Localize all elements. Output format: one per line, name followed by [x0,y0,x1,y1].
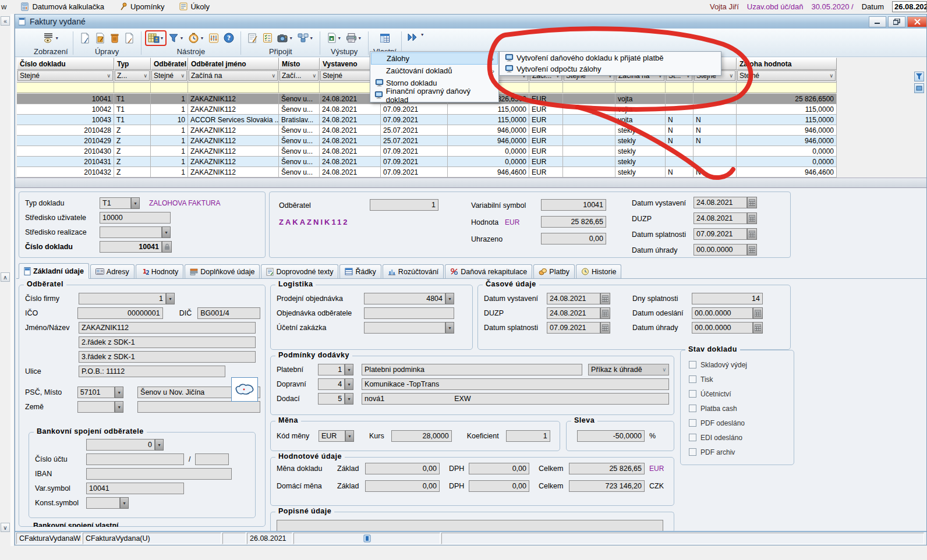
value-field[interactable]: 25 826,65 [541,216,606,228]
current-date-field[interactable]: 26.08.202 [892,1,927,12]
doc-type-field[interactable]: T1 [100,197,131,209]
excel-button[interactable]: x▼ [325,31,343,44]
doc-type-spinner[interactable]: ▾ [131,197,140,209]
street-field[interactable]: P.O.B.: 11112 [79,366,225,377]
time-due-field[interactable]: 07.09.2021 [547,322,600,334]
delivery-terms-code-field[interactable]: 5 [318,393,345,405]
edit-doc-button[interactable] [93,31,107,45]
checkbox-skladov-v-dej[interactable] [689,361,696,368]
checklist-button[interactable] [261,31,274,44]
quick-filter-cell[interactable] [188,83,279,93]
time-issue-calendar-button[interactable] [600,293,610,304]
tab-da-ov-rekapitulace[interactable]: Daňová rekapitulace [445,264,532,278]
user-center-field[interactable]: 10000 [100,212,171,224]
base-field[interactable]: 0,00 [365,463,440,474]
payment-method-combo[interactable]: Příkaz k úhradě∨ [588,364,669,375]
country-name-field[interactable] [137,401,260,413]
exchange-rate-field[interactable]: 28,0000 [391,430,452,442]
tab-adresy[interactable]: Adresy [90,264,135,278]
sales-order-field[interactable]: 4804 [364,293,445,304]
zip-field[interactable]: 57101 [77,387,115,398]
due-date-field[interactable]: 07.09.2021 [694,228,747,240]
bank-index-field[interactable]: 0 [86,439,155,451]
delivery-terms-text-field[interactable]: nová1EXW [362,393,669,405]
checkbox-platba-cash[interactable] [689,405,696,412]
quick-filter-cell[interactable] [114,83,151,93]
quick-filter-cell[interactable] [694,83,737,93]
due-date-calendar-button[interactable] [747,228,757,240]
filter-clear-button[interactable] [914,83,924,93]
customer-name-field[interactable]: ZAKAZNIK112 [79,322,256,334]
payment-date-field[interactable]: 00.00.0000 [694,244,747,256]
checkbox-tisk[interactable] [689,375,696,383]
customer-name-line2-field[interactable]: 2.řádek z SDK-1 [79,336,256,348]
filter-combo[interactable]: Začíná na∨ [189,70,278,81]
checkbox-edi-odesl-no[interactable] [689,434,696,441]
table-row[interactable]: 2010431Z1ZAKAZNIK112Šenov u...24.08.2021… [17,157,837,167]
currency-code-spinner[interactable]: ▾ [345,430,354,442]
customer-name-line3-field[interactable]: 3.řádek z SDK-1 [79,351,256,363]
tab-z-kladn-daje[interactable]: Základní údaje [19,263,89,279]
checkbox-pdf-odesl-no[interactable] [689,419,696,427]
note-button[interactable] [246,31,260,45]
restore-button[interactable] [888,16,905,27]
table-row[interactable]: 10043T110ACCOR Services Slovakia ...Brat… [17,115,837,125]
tab-roz-tov-n-[interactable]: Rozúčtování [383,264,444,278]
payment-terms-text-field[interactable]: Platebni podminka [362,364,582,375]
filter-combo[interactable]: Stejné∨ [737,70,836,81]
dic-field[interactable]: BG001/4 [197,307,260,319]
realization-center-field[interactable] [100,226,162,238]
table-row[interactable]: 2010432Z1ZAKAZNIK112Šenov u...24.08.2021… [17,167,837,178]
filter-combo[interactable]: Z...∨ [115,70,150,81]
paid-date-calendar-button[interactable] [753,322,763,334]
link-button[interactable]: ▼ [296,31,315,44]
column-header[interactable]: Záloha hodnota [737,58,837,70]
help-button[interactable]: ? [222,31,236,44]
map-button[interactable] [231,377,258,402]
var-symbol-field[interactable]: 10041 [86,483,184,494]
doc-number-field[interactable]: 10041 [100,241,162,253]
descriptive-field[interactable] [277,520,663,531]
collapse-panel-button[interactable]: « [1,16,10,26]
funnel-button[interactable]: ▼ [167,31,185,45]
filter-combo[interactable]: Stejné∨ [151,70,187,81]
scroll-up-button[interactable]: ∧ [1,272,10,282]
customer-order-field[interactable] [364,307,454,319]
ico-field[interactable]: 00000001 [77,307,163,319]
delete-button[interactable] [108,31,121,45]
company-number-spinner[interactable]: ▾ [166,293,175,304]
quick-filter-cell[interactable] [17,83,114,93]
submenu-item-vytvo-en-da-ov-ho-dokladu-k-p-ijat-platb[interactable]: Vytvoření daňového dokladu k přijaté pla… [500,52,720,63]
time-duzp-field[interactable]: 24.08.2021 [547,307,600,319]
filter-apply-button[interactable] [914,72,924,81]
time-due-calendar-button[interactable] [600,322,610,334]
payment-date-calendar-button[interactable] [747,244,757,256]
column-header[interactable]: Typ [114,58,151,70]
grid-filter-button[interactable]: ▼ [146,31,166,45]
const-symbol-field[interactable] [86,497,120,509]
company-number-field[interactable]: 1 [79,293,166,304]
copy-doc-button[interactable] [122,31,136,45]
customer-number-field[interactable]: 1 [370,199,438,211]
paid-field[interactable]: 0,00 [541,233,606,244]
sent-date-field[interactable]: 00.00.0000 [692,307,753,319]
sent-date-calendar-button[interactable] [753,307,763,319]
payment-terms-spinner[interactable]: ▾ [345,364,353,375]
table-row[interactable]: 10042T11ZAKAZNIK112Šenov u...24.08.20210… [17,104,837,115]
bank-code-field[interactable] [195,453,229,465]
tab-dopl-kov-daje[interactable]: Doplňkové údaje [185,264,260,278]
clock-button[interactable]: ▼ [186,31,206,45]
menu-item-za-tov-n-doklad-[interactable]: Zaúčtování dokladů› [371,65,498,77]
column-header[interactable]: Odběratel jméno [188,58,279,70]
scroll-down-button[interactable]: ∨ [1,523,10,532]
new-doc-button[interactable] [78,31,92,45]
menu-item-z-lohy[interactable]: Zálohy› [371,52,498,65]
sliders-button[interactable] [207,31,221,45]
account-number-field[interactable] [86,453,184,465]
tab-historie[interactable]: Historie [576,264,621,278]
print-button[interactable]: ▼ [344,31,363,44]
minimize-button[interactable] [869,16,886,27]
quick-filter-cell[interactable] [666,83,694,93]
time-duzp-calendar-button[interactable] [600,307,610,319]
close-button[interactable] [907,16,927,27]
